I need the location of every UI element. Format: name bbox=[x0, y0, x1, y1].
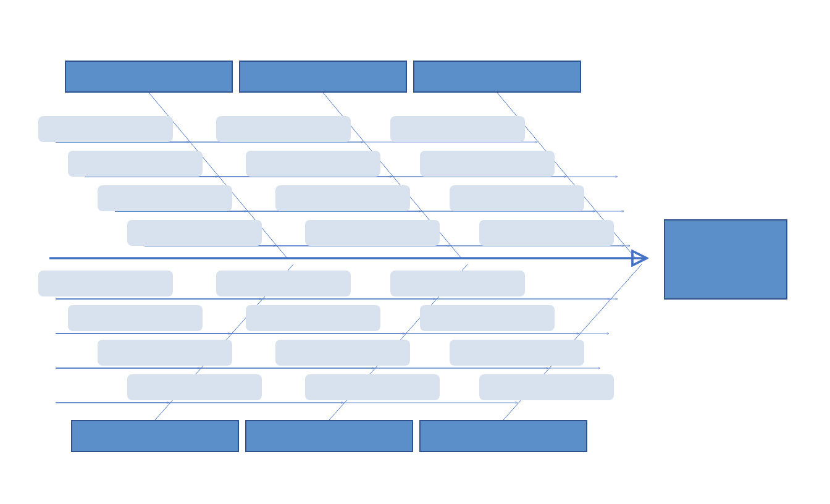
cause-box-top-col2-row1 bbox=[216, 116, 351, 142]
cause-box-bottom-col2-row3 bbox=[275, 340, 410, 366]
cause-box-bottom-col3-row3 bbox=[450, 340, 584, 366]
cause-box-top-col3-row4 bbox=[479, 220, 614, 246]
category-box-top-1 bbox=[65, 61, 233, 93]
cause-box-bottom-col3-row4 bbox=[479, 374, 614, 400]
category-box-top-2 bbox=[239, 61, 407, 93]
cause-box-top-col2-row2 bbox=[246, 151, 380, 177]
cause-box-top-col3-row2 bbox=[420, 151, 555, 177]
cause-box-bottom-col1-row1 bbox=[38, 271, 173, 296]
cause-box-top-col1-row4 bbox=[127, 220, 262, 246]
cause-box-bottom-col2-row2 bbox=[246, 305, 380, 331]
effect-box bbox=[664, 219, 787, 300]
cause-box-bottom-col2-row1 bbox=[216, 271, 351, 296]
cause-box-top-col1-row1 bbox=[38, 116, 173, 142]
cause-box-top-col2-row3 bbox=[275, 185, 410, 211]
cause-box-top-col2-row4 bbox=[305, 220, 440, 246]
cause-box-bottom-col3-row1 bbox=[390, 271, 525, 296]
cause-box-top-col1-row3 bbox=[98, 185, 232, 211]
category-box-bottom-1 bbox=[71, 420, 239, 452]
category-box-top-3 bbox=[413, 61, 581, 93]
cause-box-bottom-col1-row3 bbox=[98, 340, 232, 366]
cause-box-top-col3-row1 bbox=[390, 116, 525, 142]
cause-box-top-col1-row2 bbox=[68, 151, 203, 177]
cause-box-bottom-col1-row4 bbox=[127, 374, 262, 400]
fishbone-canvas bbox=[0, 0, 830, 504]
cause-box-top-col3-row3 bbox=[450, 185, 584, 211]
category-box-bottom-3 bbox=[419, 420, 587, 452]
category-box-bottom-2 bbox=[245, 420, 413, 452]
cause-box-bottom-col2-row4 bbox=[305, 374, 440, 400]
cause-box-bottom-col3-row2 bbox=[420, 305, 555, 331]
cause-box-bottom-col1-row2 bbox=[68, 305, 203, 331]
